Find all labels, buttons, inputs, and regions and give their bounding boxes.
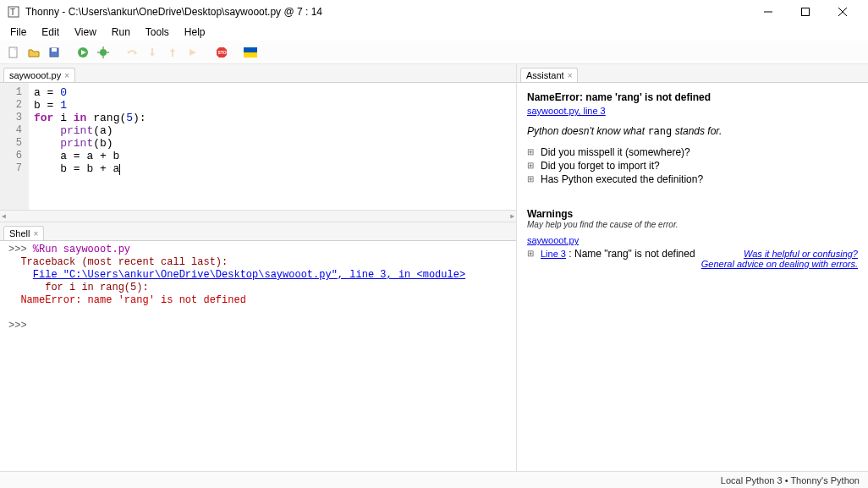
close-button[interactable]	[824, 0, 861, 24]
svg-rect-3	[802, 8, 810, 16]
ukraine-flag-icon[interactable]	[242, 44, 259, 61]
error-source-link[interactable]: saywooot.py, line 3	[527, 106, 606, 116]
step-out-icon[interactable]	[164, 44, 181, 61]
warnings-file-link[interactable]: saywooot.py	[527, 235, 579, 245]
scroll-left-icon[interactable]: ◀	[2, 212, 6, 220]
interpreter-label[interactable]: Local Python 3 • Thonny's Python	[721, 475, 860, 485]
app-icon: T	[7, 5, 20, 19]
step-into-icon[interactable]	[144, 44, 161, 61]
svg-marker-21	[170, 48, 175, 52]
error-title: NameError: name 'rang' is not defined	[527, 91, 858, 103]
menubar: File Edit View Run Tools Help	[0, 24, 868, 41]
svg-marker-22	[190, 49, 196, 56]
shell-tab-label: Shell	[9, 228, 30, 239]
editor-tab-label: saywooot.py	[9, 70, 61, 80]
step-over-icon[interactable]	[124, 44, 140, 61]
suggestion-item[interactable]: Did you misspell it (somewhere)?	[527, 145, 858, 159]
editor-tab[interactable]: saywooot.py ×	[3, 68, 75, 82]
maximize-button[interactable]	[787, 0, 824, 24]
editor-tabbar: saywooot.py ×	[0, 64, 516, 83]
assistant-tab-label: Assistant	[526, 70, 564, 80]
menu-file[interactable]: File	[3, 25, 33, 40]
close-shell-tab-icon[interactable]: ×	[33, 229, 38, 239]
svg-text:STOP: STOP	[218, 50, 228, 55]
debug-icon[interactable]	[95, 44, 112, 61]
window-title: Thonny - C:\Users\ankur\OneDrive\Desktop…	[25, 6, 750, 18]
svg-rect-26	[244, 52, 257, 58]
scroll-right-icon[interactable]: ▶	[510, 212, 514, 220]
code-area[interactable]: a = 0b = 1for i in rang(5): print(a) pri…	[29, 83, 516, 222]
warnings-subheading: May help you find the cause of the error…	[527, 220, 858, 229]
window-controls	[750, 0, 861, 24]
svg-marker-19	[150, 53, 155, 57]
open-file-icon[interactable]	[25, 44, 42, 61]
assistant-panel: NameError: name 'rang' is not defined sa…	[517, 83, 868, 471]
shell-output[interactable]: >>> %Run saywooot.py Traceback (most rec…	[0, 241, 516, 471]
line-gutter: 1234567	[0, 83, 29, 222]
warning-line-link[interactable]: Line 3	[541, 249, 566, 259]
editor-h-scrollbar[interactable]: ◀ ▶	[0, 210, 516, 222]
svg-rect-25	[244, 47, 257, 52]
feedback-links: Was it helpful or confusing? General adv…	[701, 249, 858, 269]
close-assistant-tab-icon[interactable]: ×	[568, 71, 573, 80]
svg-text:T: T	[10, 8, 15, 17]
shell-tabbar: Shell ×	[0, 222, 516, 241]
assistant-tabbar: Assistant ×	[517, 64, 868, 83]
stop-icon[interactable]: STOP	[213, 44, 230, 61]
suggestion-item[interactable]: Did you forget to import it?	[527, 159, 858, 173]
shell-tab[interactable]: Shell ×	[3, 226, 44, 240]
menu-help[interactable]: Help	[178, 25, 212, 40]
menu-tools[interactable]: Tools	[139, 25, 176, 40]
suggestion-list: Did you misspell it (somewhere)? Did you…	[527, 145, 858, 186]
assistant-tab[interactable]: Assistant ×	[520, 68, 578, 82]
save-file-icon[interactable]	[46, 44, 63, 61]
feedback-advice-link[interactable]: General advice on dealing with errors.	[701, 259, 858, 269]
close-tab-icon[interactable]: ×	[64, 71, 69, 80]
code-editor[interactable]: 1234567 a = 0b = 1for i in rang(5): prin…	[0, 83, 516, 222]
titlebar: T Thonny - C:\Users\ankur\OneDrive\Deskt…	[0, 0, 868, 24]
feedback-helpful-link[interactable]: Was it helpful or confusing?	[701, 249, 858, 259]
menu-run[interactable]: Run	[105, 25, 137, 40]
svg-rect-9	[52, 48, 57, 52]
minimize-button[interactable]	[750, 0, 787, 24]
statusbar: Local Python 3 • Thonny's Python	[0, 471, 868, 488]
warnings-heading: Warnings	[527, 208, 858, 220]
menu-edit[interactable]: Edit	[35, 25, 66, 40]
menu-view[interactable]: View	[68, 25, 103, 40]
run-icon[interactable]	[74, 44, 91, 61]
error-description: Python doesn't know what rang stands for…	[527, 125, 858, 137]
resume-icon[interactable]	[184, 44, 201, 61]
svg-point-12	[100, 49, 107, 56]
suggestion-item[interactable]: Has Python executed the definition?	[527, 173, 858, 186]
toolbar: STOP	[0, 41, 868, 64]
new-file-icon[interactable]	[5, 44, 22, 61]
